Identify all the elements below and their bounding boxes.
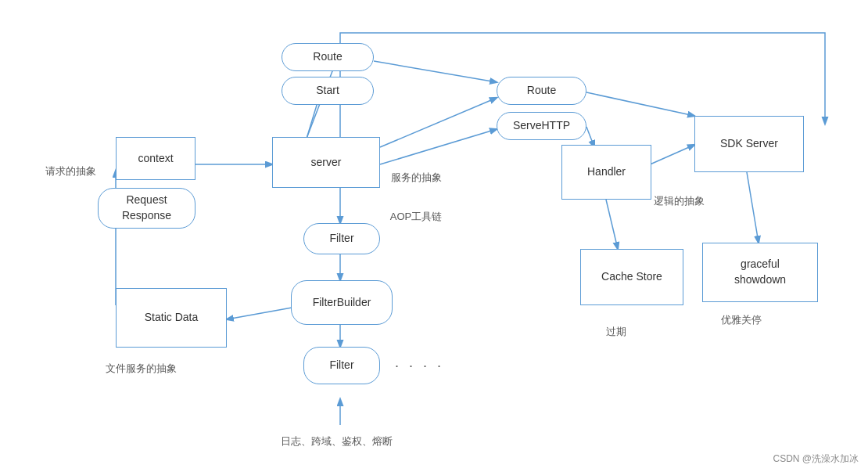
- server-box: server: [272, 137, 380, 188]
- cache-store-label: Cache Store: [601, 269, 662, 285]
- filterbuilder-box: FilterBuilder: [291, 280, 393, 325]
- luoji-label: 逻辑的抽象: [647, 194, 710, 208]
- wenjiang-label: 文件服务的抽象: [94, 362, 188, 376]
- graceful-box: graceful showdown: [702, 243, 818, 302]
- svg-line-8: [747, 172, 759, 243]
- context-label: context: [138, 151, 173, 167]
- sdk-server-box: SDK Server: [694, 116, 804, 172]
- svg-line-17: [374, 61, 497, 82]
- request-response-label: Request Response: [122, 193, 171, 223]
- server-label: server: [311, 155, 342, 171]
- aop-label: AOP工具链: [385, 210, 447, 224]
- watermark: CSDN @洗澡水加冰: [773, 452, 859, 466]
- log-label: 日志、跨域、鉴权、熔断: [258, 434, 414, 449]
- filter1-label: Filter: [329, 231, 353, 247]
- youya-label: 优雅关停: [710, 313, 773, 327]
- static-data-label: Static Data: [145, 310, 198, 326]
- svg-line-3: [586, 92, 694, 116]
- handler-label: Handler: [587, 164, 626, 180]
- diagram: context Request Response Route Start ser…: [0, 0, 868, 472]
- svg-line-7: [606, 200, 618, 249]
- servehttp-label: ServeHTTP: [513, 118, 570, 134]
- context-box: context: [116, 137, 195, 180]
- graceful-label: graceful showdown: [734, 257, 786, 287]
- route2-label: Route: [527, 83, 556, 99]
- sdk-server-label: SDK Server: [720, 136, 778, 152]
- filterbuilder-label: FilterBuilder: [313, 295, 371, 311]
- filter1-box: Filter: [303, 223, 380, 254]
- arrows: [0, 0, 868, 472]
- servehttp-pill: ServeHTTP: [497, 112, 586, 140]
- handler-box: Handler: [561, 145, 651, 200]
- route2-pill: Route: [497, 77, 586, 105]
- filter2-box: Filter: [303, 347, 380, 384]
- dots-label: · · · ·: [395, 358, 444, 374]
- svg-line-2: [380, 98, 497, 147]
- qiuqiu-label: 请求的抽象: [39, 164, 102, 178]
- route1-pill: Route: [282, 43, 374, 71]
- fuwu-label: 服务的抽象: [385, 171, 447, 185]
- request-response-box: Request Response: [98, 188, 195, 229]
- static-data-box: Static Data: [116, 288, 227, 348]
- start-label: Start: [316, 83, 339, 99]
- filter2-label: Filter: [329, 358, 353, 373]
- start-pill: Start: [282, 77, 374, 105]
- route1-label: Route: [313, 49, 342, 65]
- guoqi-label: 过期: [585, 325, 647, 339]
- svg-line-4: [380, 129, 497, 164]
- cache-store-box: Cache Store: [580, 249, 683, 305]
